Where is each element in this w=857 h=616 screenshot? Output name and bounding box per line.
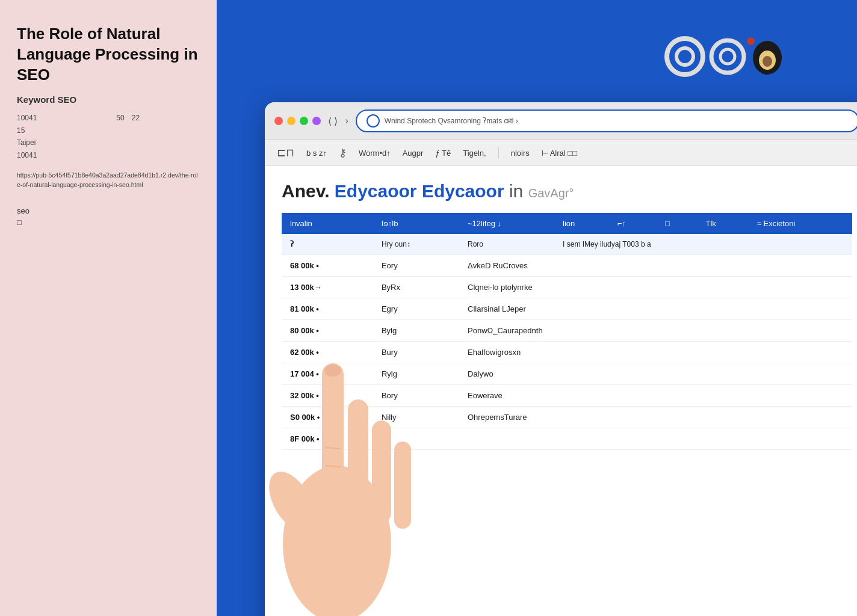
traffic-light-yellow[interactable] <box>287 117 295 125</box>
browser-icon <box>664 36 705 77</box>
keyword-label: Keyword SEO <box>17 94 200 105</box>
row1-col2: Eory <box>373 255 459 277</box>
avocado-icon <box>750 37 785 76</box>
svg-point-1 <box>676 48 693 65</box>
row3-col2: Egry <box>373 298 459 320</box>
svg-point-6 <box>763 56 772 67</box>
top-icons <box>664 36 785 77</box>
left-panel: The Role of Natural Language Processing … <box>0 0 217 616</box>
browser-content: Anev. Edycaoor Edycaoor in GavAgr° lnval… <box>265 166 857 616</box>
meta-block: 10041 50 22 15 Taipei 10041 <box>17 112 200 161</box>
th-lion: lion <box>554 213 609 234</box>
row5-col3: Ehalfowigrosxn <box>459 342 852 363</box>
svg-point-0 <box>667 38 703 75</box>
browser-window: ⟨ ⟩ › Wnind Sprotech Qvsamroning ʔmats α… <box>265 102 857 616</box>
row2-col2: ByRx <box>373 277 459 298</box>
row9-col2 <box>373 428 459 450</box>
meta-line2: 15 <box>17 125 200 137</box>
article-url[interactable]: https://pub-5c454f571b8e40a3a2aad27ade84… <box>17 171 200 190</box>
heading-part2: Edycaoor <box>335 181 417 201</box>
row5-col2: Bury <box>373 342 459 363</box>
row7-col1: 32 00k • <box>282 385 373 407</box>
tag-seo[interactable]: seo <box>17 206 200 215</box>
row1-col3: ΔvkeD RuCroves <box>459 255 852 277</box>
toolbar-worm[interactable]: Worm•d↑ <box>359 149 391 158</box>
row7-col3: Eowerave <box>459 385 852 407</box>
right-panel: ⟨ ⟩ › Wnind Sprotech Qvsamroning ʔmats α… <box>217 0 857 616</box>
toolbar-te[interactable]: ƒ Tē <box>435 149 451 158</box>
toolbar-icon-main[interactable]: ⊏⊓ <box>277 146 294 159</box>
row6-col2: Rylg <box>373 363 459 385</box>
row8-col3: OhrepemsTurare <box>459 407 852 428</box>
tag-block: seo □ <box>17 206 200 227</box>
toolbar-nloirs[interactable]: nloirs <box>511 149 530 158</box>
table-row: 80 00k • Bylg PonwΩ_Caurapednth <box>282 320 852 342</box>
th-excietoni: ≈ Excietoni <box>749 213 852 234</box>
table-row: 8F 00k • <box>282 428 852 450</box>
row5-col1: 62 00k • <box>282 342 373 363</box>
traffic-light-green[interactable] <box>300 117 308 125</box>
th-invalin: lnvalin <box>282 213 373 234</box>
address-bar[interactable]: Wnind Sprotech Qvsamroning ʔmats αɨtl › <box>356 109 857 132</box>
row7-col2: Bory <box>373 385 459 407</box>
th-lifeg: ~12lifeg ↓ <box>459 213 554 234</box>
row8-col1: S0 00k • <box>282 407 373 428</box>
row4-col2: Bylg <box>373 320 459 342</box>
table-row: 81 00k • Egry Cllarsinal LJeper <box>282 298 852 320</box>
table-row: 62 00k • Bury Ehalfowigrosxn <box>282 342 852 363</box>
heading-in: in <box>509 181 528 201</box>
svg-point-3 <box>720 49 735 64</box>
article-title: The Role of Natural Language Processing … <box>17 24 200 85</box>
red-dot-icon <box>747 37 755 45</box>
row9-col3 <box>459 428 852 450</box>
sub-col0: ʔ <box>282 234 373 255</box>
heading-part4: GavAgr° <box>528 186 574 200</box>
nav-arrows-icon: ⟨ ⟩ <box>328 116 338 127</box>
row4-col1: 80 00k • <box>282 320 373 342</box>
toolbar-link-icon[interactable]: ⚷ <box>339 146 347 159</box>
toolbar-alral[interactable]: ⊢ Alral □□ <box>542 149 577 158</box>
toolbar-separator <box>498 147 499 158</box>
toolbar-breadcrumb[interactable]: b s z↑ <box>306 149 327 158</box>
row2-col3: Clqnei-lo ptolynrke <box>459 277 852 298</box>
th-arrow: ⌐↑ <box>609 213 657 234</box>
table-row: 32 00k • Bory Eowerave <box>282 385 852 407</box>
heading-part2b: Edycaoor <box>422 181 504 201</box>
meta-city: Taipei <box>17 137 200 149</box>
heart-circle-icon <box>709 38 746 75</box>
th-box: □ <box>657 213 697 234</box>
row8-col2: Nilly <box>373 407 459 428</box>
nav-back-button[interactable]: ⟨ ⟩ <box>328 116 338 127</box>
browser-chrome: ⟨ ⟩ › Wnind Sprotech Qvsamroning ʔmats α… <box>265 102 857 140</box>
row1-col1: 68 00k • <box>282 255 373 277</box>
address-text: Wnind Sprotech Qvsamroning ʔmats αɨtl › <box>385 117 849 125</box>
page-heading: Anev. Edycaoor Edycaoor in GavAgr° <box>282 180 852 202</box>
table-row: 68 00k • Eory ΔvkeD RuCroves <box>282 255 852 277</box>
tag-icon: □ <box>17 218 200 227</box>
nav-forward-icon: › <box>345 116 348 126</box>
th-tlk: Tlk <box>697 213 748 234</box>
sub-col1: Hry oun↕ <box>373 234 459 255</box>
heading-part1: Anev. <box>282 181 329 201</box>
row3-col3: Cllarsinal LJeper <box>459 298 852 320</box>
row3-col1: 81 00k • <box>282 298 373 320</box>
meta-zip: 10041 <box>17 149 200 161</box>
table-subheader-row: ʔ Hry oun↕ Roro I sem IMey iludyaj T003 … <box>282 234 852 255</box>
th-letb: lɘ↑lb <box>373 213 459 234</box>
table-header-row: lnvalin lɘ↑lb ~12lifeg ↓ lion ⌐↑ □ Tlk ≈… <box>282 213 852 234</box>
meta-line1: 10041 50 22 <box>17 112 200 124</box>
row9-col1: 8F 00k • <box>282 428 373 450</box>
toolbar-tiger[interactable]: Tigeln, <box>463 149 486 158</box>
traffic-lights <box>274 117 321 125</box>
traffic-light-purple[interactable] <box>312 117 321 125</box>
row6-col1: 17 004 • <box>282 363 373 385</box>
sub-col3: I sem IMey iludyaj T003 b a <box>554 234 852 255</box>
table-row: 13 00k→ ByRx Clqnei-lo ptolynrke <box>282 277 852 298</box>
nav-forward-button[interactable]: › <box>345 116 348 126</box>
traffic-light-red[interactable] <box>274 117 283 125</box>
table-row: S0 00k • Nilly OhrepemsTurare <box>282 407 852 428</box>
svg-point-2 <box>711 40 744 73</box>
row2-col1: 13 00k→ <box>282 277 373 298</box>
toolbar-augpr[interactable]: Augpr <box>403 149 424 158</box>
sub-col2: Roro <box>459 234 554 255</box>
